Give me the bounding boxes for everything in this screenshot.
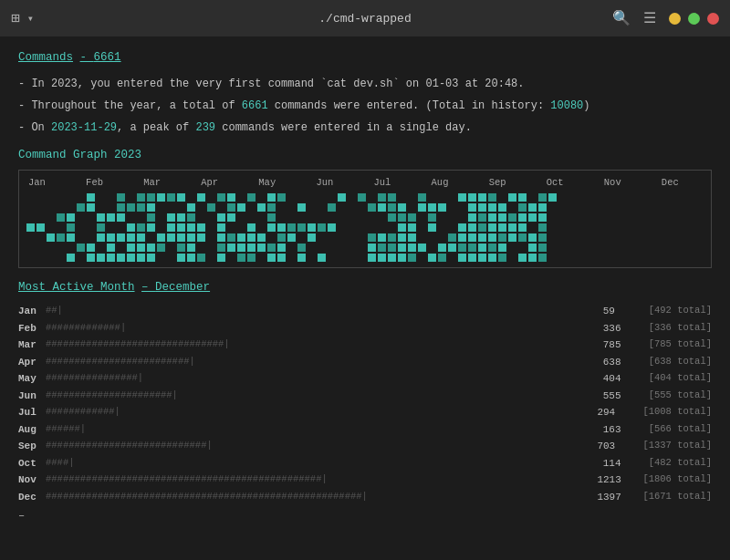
- month-feb: Feb: [86, 176, 126, 191]
- graph-cell: [187, 233, 195, 242]
- graph-cell: [207, 244, 215, 252]
- graph-cell: [157, 254, 165, 262]
- graph-cell: [308, 223, 316, 232]
- graph-cell: [508, 213, 516, 222]
- graph-cell: [167, 233, 175, 242]
- graph-row: [26, 244, 704, 252]
- bar-count: 114: [603, 456, 631, 472]
- graph-cell: [528, 193, 537, 202]
- graph-cell: [478, 254, 486, 262]
- graph-cell: [187, 193, 195, 202]
- graph-cell: [448, 233, 456, 242]
- graph-cell: [237, 223, 245, 232]
- month-sep: Sep: [489, 176, 529, 191]
- graph-cell: [408, 193, 416, 202]
- graph-cell: [177, 223, 185, 232]
- graph-cell: [117, 203, 125, 212]
- bar-track: ###############################|: [46, 337, 600, 352]
- menu-icon[interactable]: ☰: [643, 9, 656, 27]
- bar-row: Apr#########################| 638[638 to…: [18, 355, 712, 370]
- bar-label: Nov: [18, 472, 46, 488]
- graph-cell: [36, 254, 45, 262]
- graph-cell: [247, 254, 256, 262]
- graph-cell: [287, 233, 296, 242]
- graph-cell: [187, 203, 195, 212]
- bar-row: Sep############################| 703[133…: [18, 439, 712, 454]
- bar-track: ################|: [46, 371, 600, 386]
- close-button[interactable]: [707, 13, 719, 25]
- minimize-button[interactable]: [669, 13, 681, 25]
- graph-cell: [328, 244, 336, 252]
- maximize-button[interactable]: [688, 13, 700, 25]
- graph-cell: [308, 203, 316, 212]
- graph-row: [26, 254, 704, 262]
- graph-cell: [237, 213, 245, 222]
- graph-cell: [127, 203, 135, 212]
- graph-cell: [77, 223, 85, 232]
- graph-cell: [458, 213, 466, 222]
- graph-cell: [277, 254, 286, 262]
- graph-cell: [197, 254, 205, 262]
- graph-cell: [177, 254, 185, 262]
- graph-cell: [77, 203, 85, 212]
- bar-track: ####|: [46, 456, 600, 471]
- graph-cell: [368, 244, 376, 252]
- graph-cell: [257, 254, 266, 262]
- graph-cell: [368, 193, 376, 202]
- bar-label: Apr: [18, 355, 46, 370]
- graph-cell: [468, 203, 476, 212]
- graph-cell: [388, 233, 396, 242]
- bar-row: May################| 404[404 total]: [18, 371, 712, 387]
- graph-cell: [408, 203, 416, 212]
- graph-cell: [518, 223, 527, 232]
- bar-track: ############################|: [46, 439, 593, 453]
- graph-cell: [297, 233, 306, 242]
- graph-cell: [428, 244, 436, 252]
- graph-cell: [107, 254, 115, 262]
- graph-cell: [207, 203, 215, 212]
- graph-cell: [157, 223, 165, 232]
- graph-cell: [348, 223, 356, 232]
- graph-heading: Command Graph 2023: [18, 147, 712, 164]
- graph-cell: [478, 244, 486, 252]
- graph-cell: [137, 193, 145, 202]
- graph-cell: [358, 193, 366, 202]
- graph-cell: [177, 233, 185, 242]
- bar-count: 1213: [597, 472, 624, 488]
- search-icon[interactable]: 🔍: [612, 9, 631, 27]
- graph-cell: [528, 254, 537, 262]
- graph-cell: [167, 213, 175, 222]
- graph-cell: [428, 254, 436, 262]
- graph-cell: [57, 193, 65, 202]
- bar-count: 703: [597, 439, 624, 454]
- graph-cell: [508, 244, 516, 252]
- bar-total: [785 total]: [631, 337, 712, 352]
- commands-count-link[interactable]: 6661: [94, 51, 121, 64]
- graph-cell: [448, 254, 456, 262]
- graph-cell: [538, 213, 547, 222]
- graph-cell: [127, 244, 135, 252]
- month-aug: Aug: [432, 176, 472, 191]
- bar-total: [336 total]: [631, 321, 712, 336]
- graph-cell: [498, 193, 506, 202]
- graph-cell: [207, 254, 215, 262]
- graph-cell: [217, 254, 225, 262]
- graph-cell: [26, 233, 35, 242]
- graph-cell: [227, 203, 235, 212]
- graph-cell: [388, 193, 396, 202]
- graph-cell: [468, 233, 476, 242]
- bar-track: #############|: [46, 321, 600, 336]
- graph-cell: [87, 254, 95, 262]
- dropdown-icon[interactable]: ▾: [27, 12, 34, 26]
- graph-cell: [237, 254, 245, 262]
- graph-cell: [247, 223, 256, 232]
- bar-total: [1008 total]: [624, 405, 712, 420]
- graph-cell: [36, 223, 45, 232]
- new-tab-icon[interactable]: ⊞: [11, 9, 20, 27]
- graph-cell: [418, 213, 426, 222]
- graph-cell: [518, 244, 527, 252]
- graph-cell: [438, 193, 446, 202]
- graph-cell: [508, 233, 516, 242]
- graph-cell: [277, 193, 286, 202]
- graph-cell: [57, 203, 65, 212]
